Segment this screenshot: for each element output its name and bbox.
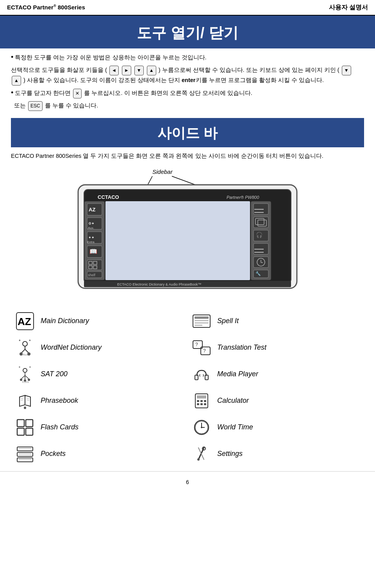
calc-icon (191, 391, 212, 411)
svg-line-84 (26, 398, 29, 399)
az-icon: AZ (15, 311, 35, 331)
flash-icon (15, 417, 35, 438)
page-header: ECTACO Partner® 800Series 사용자 설명서 (0, 0, 375, 16)
svg-text:✦✦: ✦✦ (88, 236, 95, 239)
svg-text:Sidebar: Sidebar (152, 168, 173, 175)
svg-rect-53 (195, 322, 209, 323)
manual-title: 사용자 설명서 (329, 2, 368, 13)
svg-rect-52 (195, 320, 209, 321)
close-key: ✕ (73, 89, 82, 98)
tool-main-dictionary: AZ Main Dictionary (11, 308, 188, 334)
svg-rect-99 (26, 428, 33, 435)
para4: 또는 ESC 를 누를 수 있습니다. (11, 101, 364, 111)
svg-text:📖: 📖 (89, 248, 97, 255)
phrase-icon (15, 391, 35, 411)
svg-line-71 (25, 375, 29, 379)
svg-text:✦: ✦ (29, 366, 31, 368)
section2-intro: ECTACO Partner 800Series 열 두 가지 도구들은 화면 … (11, 151, 364, 161)
down-arrow-key: ▼ (134, 66, 144, 75)
svg-rect-105 (17, 447, 33, 451)
tool-flash-cards: Flash Cards (11, 414, 188, 441)
phrasebook-label: Phrasebook (41, 395, 78, 406)
pockets-icon (15, 444, 35, 464)
svg-text:CCTACO: CCTACO (98, 194, 119, 200)
svg-text:▬▬▬: ▬▬▬ (254, 210, 264, 214)
settings-label: Settings (217, 448, 243, 459)
svg-text:🎧: 🎧 (256, 232, 263, 238)
page-number: 6 (0, 471, 375, 490)
svg-rect-89 (197, 395, 206, 399)
svg-text:Extra: Extra (87, 240, 95, 244)
svg-text:AZ: AZ (89, 207, 95, 213)
media-player-label: Media Player (217, 368, 258, 380)
para2: 선택적으로 도구들을 화살포 키들을 ( ◄ ► ▼ ▲ ) 누름으로써 선택할… (11, 65, 364, 86)
svg-text:✦: ✦ (18, 339, 21, 342)
svg-text:shelf: shelf (88, 273, 96, 277)
tool-translation-test: ? ? Translation Test (188, 334, 364, 361)
svg-rect-107 (17, 458, 33, 462)
svg-point-104 (201, 427, 202, 428)
device-diagram: Sidebar CCTACO Partner® PW800 (62, 165, 312, 298)
main-dictionary-label: Main Dictionary (41, 315, 89, 327)
svg-point-68 (23, 368, 27, 372)
svg-text:?: ? (195, 342, 198, 347)
calculator-label: Calculator (217, 395, 249, 406)
page-up-key: ▲ (12, 76, 21, 86)
svg-text:ECTACO Electronic Dictionary &: ECTACO Electronic Dictionary & Audio Phr… (117, 282, 201, 286)
spell-it-label: Spell It (217, 315, 239, 327)
tool-spell-it: Spell It (188, 308, 364, 334)
wordnet-label: WordNet Dictionary (41, 342, 102, 353)
svg-text:AZ: AZ (18, 316, 31, 327)
svg-rect-51 (195, 316, 209, 319)
up-arrow-key: ▲ (147, 66, 156, 75)
translation-test-label: Translation Test (217, 342, 266, 353)
svg-rect-98 (17, 428, 24, 435)
svg-line-83 (21, 400, 24, 400)
clock-icon (191, 417, 212, 438)
flash-cards-label: Flash Cards (41, 422, 79, 433)
svg-rect-92 (204, 400, 206, 402)
svg-text:▬▬▬: ▬▬▬ (254, 250, 264, 254)
tool-phrasebook: Phrasebook (11, 388, 188, 414)
svg-rect-106 (17, 452, 33, 456)
svg-rect-54 (195, 325, 202, 326)
right-arrow-key: ► (122, 66, 131, 75)
tool-wordnet: ✦ ✦ Aux. WordNet Dictionary (11, 334, 188, 361)
tool-media-player: Media Player (188, 361, 364, 388)
svg-text:✦: ✦ (29, 339, 31, 342)
world-time-label: World Time (217, 422, 253, 433)
device-illustration: Sidebar CCTACO Partner® PW800 (11, 165, 364, 301)
page-down-key: ▼ (342, 66, 351, 75)
esc-key: ESC (28, 101, 43, 111)
device-wrapper: Sidebar CCTACO Partner® PW800 (62, 165, 312, 301)
svg-rect-96 (17, 420, 24, 427)
svg-point-59 (20, 352, 23, 356)
para1: • 특정한 도구를 여는 가장 쉬운 방법은 상응하는 아이콘을 누르는 것입니… (11, 52, 364, 63)
svg-rect-97 (26, 420, 33, 427)
settings-icon (191, 444, 212, 464)
media-icon (191, 364, 212, 384)
brand-name: ECTACO Partner® 800Series (7, 3, 85, 12)
svg-line-70 (21, 375, 25, 379)
para3: • 도구를 닫고자 한다면 ✕ 를 누르십시오. 이 버튼은 화면의 오른쪽 상… (11, 88, 364, 98)
svg-text:Aux.: Aux. (23, 353, 29, 356)
svg-text:Aux.: Aux. (88, 226, 94, 230)
svg-text:?: ? (203, 348, 206, 354)
svg-text:✦: ✦ (18, 366, 21, 368)
section1-title: 도구 열기/ 닫기 (0, 16, 375, 49)
svg-text:🔧: 🔧 (255, 271, 261, 276)
content-area: • 특정한 도구를 여는 가장 쉬운 방법은 상응하는 아이콘을 누르는 것입니… (0, 52, 375, 467)
svg-rect-91 (200, 400, 203, 402)
tool-pockets: Pockets (11, 441, 188, 467)
svg-text:Extra: Extra (22, 381, 29, 383)
svg-rect-94 (200, 403, 203, 405)
svg-rect-95 (204, 403, 206, 405)
spell-icon (191, 311, 212, 331)
pockets-label: Pockets (41, 448, 66, 459)
section2-title: 사이드 바 (11, 118, 364, 148)
svg-rect-27 (105, 201, 250, 280)
sat200-label: SAT 200 (41, 368, 68, 380)
svg-text:⚙✦: ⚙✦ (88, 222, 95, 225)
svg-rect-93 (197, 403, 199, 405)
svg-line-85 (26, 400, 29, 400)
